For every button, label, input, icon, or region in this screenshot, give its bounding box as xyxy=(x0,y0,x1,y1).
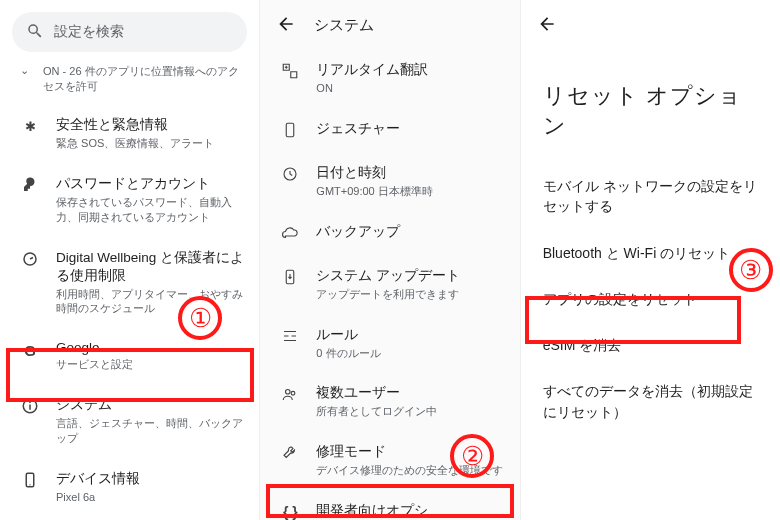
reset-item-factory[interactable]: すべてのデータを消去（初期設定にリセット） xyxy=(521,368,780,435)
search-icon xyxy=(26,22,44,43)
settings-item-wellbeing[interactable]: Digital Wellbeing と保護者による使用制限 利用時間、アプリタイ… xyxy=(0,237,259,329)
header-title: システム xyxy=(314,16,374,35)
update-icon xyxy=(280,267,300,287)
reset-item-mobile[interactable]: モバイル ネットワークの設定をリセットする xyxy=(521,163,780,230)
pane-header: システム xyxy=(260,0,519,47)
settings-item-google[interactable]: G Google サービスと設定 xyxy=(0,328,259,384)
users-icon xyxy=(280,384,300,404)
settings-root-pane: 設定を検索 ⌄ ON - 26 件のアプリに位置情報へのアクセスを許可 ✱ 安全… xyxy=(0,0,259,520)
system-item-repair[interactable]: 修理モードデバイス修理のための安全な環境です xyxy=(260,431,519,490)
system-item-rules[interactable]: ルール0 件のルール xyxy=(260,314,519,373)
back-icon[interactable] xyxy=(537,14,557,37)
svg-point-12 xyxy=(291,392,295,396)
system-pane: システム リアルタイム翻訳ON ジェスチャー 日付と時刻GMT+09:00 日本… xyxy=(259,0,519,520)
repair-icon xyxy=(280,443,300,463)
item-sub: 緊急 SOS、医療情報、アラート xyxy=(56,136,214,151)
settings-item-tips[interactable]: ? ヒントとサポート ヘルプ記事、電話とチャット xyxy=(0,517,259,520)
system-item-update[interactable]: システム アップデートアップデートを利用できます xyxy=(260,255,519,314)
key-icon xyxy=(20,175,40,195)
chevron-down-icon: ⌄ xyxy=(20,64,29,77)
asterisk-icon: ✱ xyxy=(20,116,40,136)
cloud-icon xyxy=(280,223,300,243)
rules-icon xyxy=(280,326,300,346)
svg-rect-8 xyxy=(287,123,295,137)
google-icon: G xyxy=(20,340,40,360)
system-item-developer[interactable]: { } 開発者向けオプシ xyxy=(260,490,519,520)
clock-icon xyxy=(280,164,300,184)
item-title: 安全性と緊急情報 xyxy=(56,116,214,134)
pane-header xyxy=(521,0,780,47)
svg-point-11 xyxy=(286,390,291,395)
back-icon[interactable] xyxy=(276,14,296,37)
system-item-translate[interactable]: リアルタイム翻訳ON xyxy=(260,49,519,108)
reset-item-app[interactable]: アプリの設定をリセット xyxy=(521,276,780,322)
gesture-icon xyxy=(280,120,300,140)
settings-item-safety[interactable]: ✱ 安全性と緊急情報 緊急 SOS、医療情報、アラート xyxy=(0,104,259,163)
reset-item-esim[interactable]: eSIM を消去 xyxy=(521,322,780,368)
settings-item-system[interactable]: システム 言語、ジェスチャー、時間、バックアップ xyxy=(0,384,259,458)
search-placeholder: 設定を検索 xyxy=(54,23,124,41)
system-item-datetime[interactable]: 日付と時刻GMT+09:00 日本標準時 xyxy=(260,152,519,211)
system-item-gesture[interactable]: ジェスチャー xyxy=(260,108,519,152)
svg-rect-3 xyxy=(29,402,31,404)
translate-icon xyxy=(280,61,300,81)
svg-rect-5 xyxy=(29,484,31,485)
info-icon xyxy=(20,396,40,416)
wellbeing-icon xyxy=(20,249,40,269)
location-access-summary: ⌄ ON - 26 件のアプリに位置情報へのアクセスを許可 xyxy=(0,60,259,104)
reset-options-pane: リセット オプション モバイル ネットワークの設定をリセットする Bluetoo… xyxy=(520,0,780,520)
svg-rect-2 xyxy=(29,405,31,410)
settings-item-device[interactable]: デバイス情報 Pixel 6a xyxy=(0,458,259,517)
developer-icon: { } xyxy=(280,502,300,520)
system-item-backup[interactable]: バックアップ xyxy=(260,211,519,255)
reset-item-bt-wifi[interactable]: Bluetooth と Wi-Fi のリセット xyxy=(521,230,780,276)
phone-icon xyxy=(20,470,40,490)
search-bar[interactable]: 設定を検索 xyxy=(12,12,247,52)
settings-item-passwords[interactable]: パスワードとアカウント 保存されているパスワード、自動入力、同期されているアカウ… xyxy=(0,163,259,237)
system-item-multiuser[interactable]: 複数ユーザー所有者としてログイン中 xyxy=(260,372,519,431)
page-title: リセット オプション xyxy=(521,47,780,163)
